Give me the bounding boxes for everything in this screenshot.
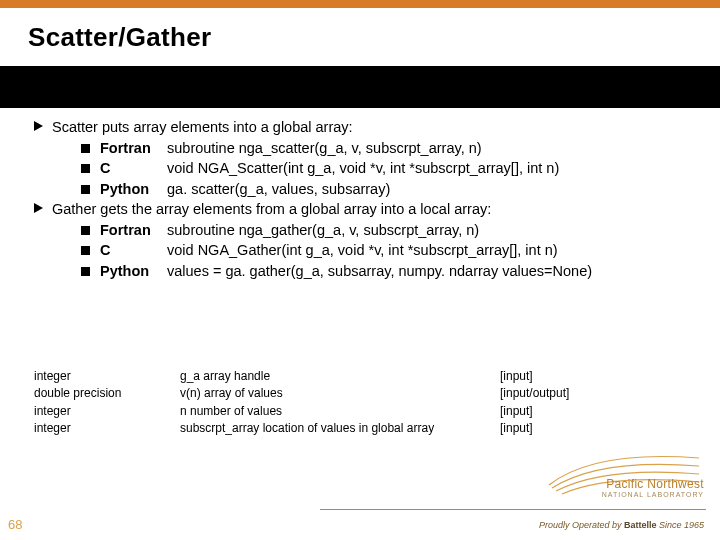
code-text: void NGA_Scatter(int g_a, void *v, int *… bbox=[167, 159, 559, 179]
square-icon bbox=[81, 164, 90, 173]
title-underbar bbox=[0, 66, 720, 108]
lang-label: Fortran bbox=[100, 221, 167, 241]
slide-title: Scatter/Gather bbox=[28, 22, 211, 53]
square-icon bbox=[81, 246, 90, 255]
lang-label: C bbox=[100, 159, 167, 179]
logo-line1: Pacific Northwest bbox=[602, 477, 704, 491]
code-text: values = ga. gather(g_a, subsarray, nump… bbox=[167, 262, 592, 282]
footer-prefix: Proudly Operated by bbox=[539, 520, 624, 530]
param-desc: g_a array handle bbox=[180, 368, 500, 385]
square-icon bbox=[81, 144, 90, 153]
param-dir: [input] bbox=[500, 403, 620, 420]
square-icon bbox=[81, 226, 90, 235]
triangle-icon bbox=[34, 121, 43, 131]
square-icon bbox=[81, 267, 90, 276]
bullet-1-sub-1: C void NGA_Scatter(int g_a, void *v, int… bbox=[34, 159, 700, 179]
footer-brand: Battelle bbox=[624, 520, 657, 530]
bullet-2-sub-2: Python values = ga. gather(g_a, subsarra… bbox=[34, 262, 700, 282]
param-dir: [input] bbox=[500, 420, 620, 437]
param-row: double precision v(n) array of values [i… bbox=[34, 385, 700, 402]
bullet-1: Scatter puts array elements into a globa… bbox=[34, 118, 700, 138]
param-type: integer bbox=[34, 403, 180, 420]
footer-credit: Proudly Operated by Battelle Since 1965 bbox=[539, 520, 704, 530]
lang-label: C bbox=[100, 241, 167, 261]
pnnl-logo-text: Pacific Northwest NATIONAL LABORATORY bbox=[602, 477, 704, 498]
param-dir: [input] bbox=[500, 368, 620, 385]
code-text: subroutine nga_scatter(g_a, v, subscrpt_… bbox=[167, 139, 482, 159]
footer-divider bbox=[320, 509, 706, 510]
footer-suffix: Since 1965 bbox=[656, 520, 704, 530]
param-row: integer subscrpt_array location of value… bbox=[34, 420, 700, 437]
bullet-2: Gather gets the array elements from a gl… bbox=[34, 200, 700, 220]
param-type: integer bbox=[34, 368, 180, 385]
lang-label: Fortran bbox=[100, 139, 167, 159]
param-desc: n number of values bbox=[180, 403, 500, 420]
bullet-1-sub-0: Fortran subroutine nga_scatter(g_a, v, s… bbox=[34, 139, 700, 159]
bullet-2-sub-0: Fortran subroutine nga_gather(g_a, v, su… bbox=[34, 221, 700, 241]
param-row: integer g_a array handle [input] bbox=[34, 368, 700, 385]
param-row: integer n number of values [input] bbox=[34, 403, 700, 420]
bullet-1-sub-2: Python ga. scatter(g_a, values, subsarra… bbox=[34, 180, 700, 200]
slide-body: Scatter puts array elements into a globa… bbox=[34, 118, 700, 283]
param-dir: [input/output] bbox=[500, 385, 620, 402]
logo-line2: NATIONAL LABORATORY bbox=[602, 491, 704, 498]
lang-label: Python bbox=[100, 180, 167, 200]
accent-bar bbox=[0, 0, 720, 8]
param-desc: subscrpt_array location of values in glo… bbox=[180, 420, 500, 437]
bullet-2-sub-1: C void NGA_Gather(int g_a, void *v, int … bbox=[34, 241, 700, 261]
bullet-1-text: Scatter puts array elements into a globa… bbox=[52, 119, 353, 135]
square-icon bbox=[81, 185, 90, 194]
slide: Scatter/Gather Scatter puts array elemen… bbox=[0, 0, 720, 540]
lang-label: Python bbox=[100, 262, 167, 282]
bullet-2-text: Gather gets the array elements from a gl… bbox=[52, 201, 491, 217]
param-table: integer g_a array handle [input] double … bbox=[34, 368, 700, 438]
code-text: void NGA_Gather(int g_a, void *v, int *s… bbox=[167, 241, 558, 261]
triangle-icon bbox=[34, 203, 43, 213]
code-text: subroutine nga_gather(g_a, v, subscrpt_a… bbox=[167, 221, 479, 241]
param-desc: v(n) array of values bbox=[180, 385, 500, 402]
param-type: double precision bbox=[34, 385, 180, 402]
page-number: 68 bbox=[8, 517, 22, 532]
param-type: integer bbox=[34, 420, 180, 437]
code-text: ga. scatter(g_a, values, subsarray) bbox=[167, 180, 390, 200]
